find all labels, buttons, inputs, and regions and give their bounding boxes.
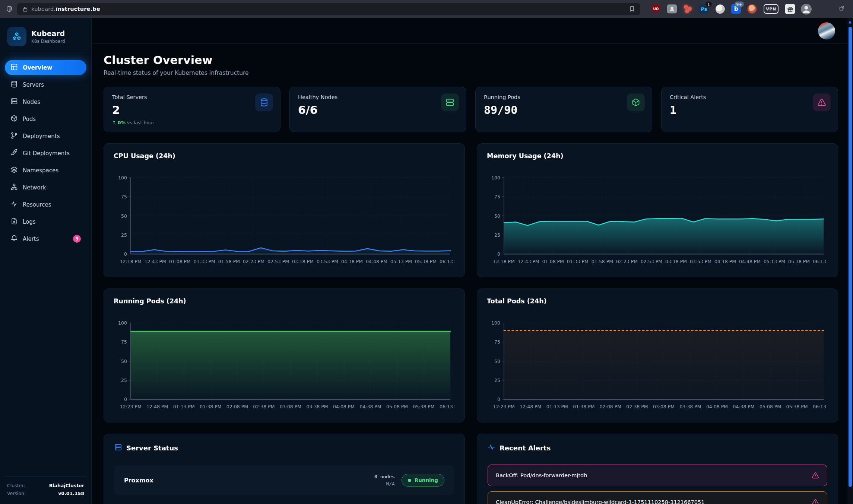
svg-text:25: 25 xyxy=(494,232,500,238)
server-name: Proxmox xyxy=(124,477,153,484)
svg-text:0: 0 xyxy=(497,396,500,402)
dashboard-icon xyxy=(10,63,18,72)
alert-row-cleanuperror[interactable]: CleanUpError: Challenge/bsideslimburg-wi… xyxy=(488,491,827,504)
svg-text:04:08 PM: 04:08 PM xyxy=(333,404,355,410)
scroll-up-arrow-icon[interactable] xyxy=(849,20,852,23)
file-text-icon xyxy=(10,217,18,226)
git-branch-icon xyxy=(10,132,18,141)
scrollbar-thumb[interactable] xyxy=(849,27,852,487)
svg-text:50: 50 xyxy=(121,358,127,364)
ublock-extension-icon[interactable]: UO xyxy=(651,4,661,14)
cpu-usage-chart: 025507510012:18 PM12:43 PM01:08 PM01:33 … xyxy=(114,171,455,271)
svg-text:100: 100 xyxy=(491,175,500,181)
main-area: Cluster Overview Real-time status of you… xyxy=(92,18,853,504)
address-bar[interactable]: kubeard.instructure.be xyxy=(17,3,640,15)
svg-text:50: 50 xyxy=(494,358,500,364)
server-icon xyxy=(441,93,459,111)
chart-title: Total Pods (24h) xyxy=(487,297,828,305)
stat-cards-row: Total Servers 2 ↑ 0%vs last hour Healthy… xyxy=(104,87,838,132)
sidebar-item-pods[interactable]: Pods xyxy=(5,111,86,127)
rocket-icon xyxy=(10,149,18,158)
bookmark-icon[interactable] xyxy=(629,6,635,12)
status-badge: Running xyxy=(402,474,444,487)
bitwarden-badge: 9+ xyxy=(735,1,744,7)
red-dots-extension-icon[interactable] xyxy=(683,4,693,14)
svg-text:05:08 PM: 05:08 PM xyxy=(760,404,781,410)
status-dot-icon xyxy=(408,479,411,482)
svg-text:04:08 PM: 04:08 PM xyxy=(706,404,728,410)
svg-text:02:53 PM: 02:53 PM xyxy=(267,259,289,265)
memory-usage-chart: 025507510012:18 PM12:43 PM01:08 PM01:33 … xyxy=(487,171,828,271)
svg-text:01:58 PM: 01:58 PM xyxy=(218,259,240,265)
database-icon xyxy=(10,80,18,89)
svg-text:12:48 PM: 12:48 PM xyxy=(146,404,168,410)
camera-extension-icon[interactable] xyxy=(667,4,677,14)
sidebar-item-deployments[interactable]: Deployments xyxy=(5,128,86,144)
box-icon xyxy=(10,115,18,124)
svg-text:04:48 PM: 04:48 PM xyxy=(366,259,387,265)
cluster-label: Cluster: xyxy=(7,482,25,489)
svg-text:05:38 PM: 05:38 PM xyxy=(786,404,808,410)
critical-alerts-value: 1 xyxy=(670,103,830,117)
browser-toolbar: kubeard.instructure.be UO Ps 1 b 9+ VPN xyxy=(0,0,853,18)
charts-row-2: Running Pods (24h) 025507510012:23 PM12:… xyxy=(104,288,838,422)
svg-text:05:38 PM: 05:38 PM xyxy=(415,259,437,265)
sidebar-item-servers[interactable]: Servers xyxy=(5,77,86,92)
server-row-proxmox[interactable]: Proxmox 0 nodes N/A Running xyxy=(114,465,454,495)
svg-text:12:18 PM: 12:18 PM xyxy=(120,259,142,265)
app-root: Kubeard K8s Dashboard Overview Servers N… xyxy=(0,18,853,504)
svg-text:06:13 PM: 06:13 PM xyxy=(813,404,828,410)
svg-text:0: 0 xyxy=(124,396,127,402)
sidebar-item-network[interactable]: Network xyxy=(5,180,86,195)
svg-text:05:38 PM: 05:38 PM xyxy=(413,404,435,410)
svg-text:12:23 PM: 12:23 PM xyxy=(120,404,142,410)
box-icon xyxy=(627,93,645,111)
sidebar-item-namespaces[interactable]: Namespaces xyxy=(5,163,86,178)
version-label: Version: xyxy=(7,489,26,497)
version-value: v0.01.158 xyxy=(58,489,84,497)
svg-text:75: 75 xyxy=(121,339,127,345)
alert-row-backoff[interactable]: BackOff: Pod/dns-forwarder-mjtdh xyxy=(488,465,827,486)
sidebar-item-overview[interactable]: Overview xyxy=(5,60,86,75)
healthy-nodes-value: 6/6 xyxy=(298,103,458,117)
svg-text:01:33 PM: 01:33 PM xyxy=(567,259,589,265)
alert-triangle-icon xyxy=(812,498,819,504)
svg-text:02:38 PM: 02:38 PM xyxy=(253,404,275,410)
page-scrollbar[interactable] xyxy=(847,18,853,504)
sidebar-item-git-deployments[interactable]: Git Deployments xyxy=(5,146,86,161)
app-name: Kubeard xyxy=(31,29,65,38)
sidebar-item-alerts[interactable]: Alerts 3 xyxy=(5,231,86,246)
url-text[interactable]: kubeard.instructure.be xyxy=(31,6,100,12)
svg-text:75: 75 xyxy=(121,194,127,200)
svg-text:05:13 PM: 05:13 PM xyxy=(764,259,785,265)
total-pods-chart-card: Total Pods (24h) 025507510012:23 PM12:48… xyxy=(477,288,838,422)
page-title: Cluster Overview xyxy=(104,54,838,67)
svg-text:0: 0 xyxy=(124,251,127,257)
sidebar-item-nodes[interactable]: Nodes xyxy=(5,94,86,109)
network-icon xyxy=(10,183,18,192)
svg-text:04:48 PM: 04:48 PM xyxy=(739,259,761,265)
vpn-extension-icon[interactable]: VPN xyxy=(763,4,779,14)
sidebar-item-logs[interactable]: Logs xyxy=(5,214,86,229)
sidebar-item-resources[interactable]: Resources xyxy=(5,197,86,212)
svg-text:03:18 PM: 03:18 PM xyxy=(665,259,687,265)
svg-text:12:43 PM: 12:43 PM xyxy=(145,259,166,265)
svg-text:01:08 PM: 01:08 PM xyxy=(542,259,564,265)
svg-text:06:13 PM: 06:13 PM xyxy=(813,259,828,265)
sphere-extension-icon[interactable] xyxy=(715,4,725,14)
photoshop-extension-icon[interactable]: Ps 1 xyxy=(699,4,709,14)
cluster-value: BlahajCluster xyxy=(49,482,84,489)
avatar-extension-icon[interactable] xyxy=(747,4,757,14)
gift-extension-icon[interactable] xyxy=(785,4,795,14)
svg-text:05:08 PM: 05:08 PM xyxy=(386,404,408,410)
alerts-count-badge: 3 xyxy=(73,235,81,243)
bitwarden-extension-icon[interactable]: b 9+ xyxy=(731,4,741,14)
total-pods-chart: 025507510012:23 PM12:48 PM01:13 PM01:38 … xyxy=(487,316,828,416)
chart-title: Memory Usage (24h) xyxy=(487,152,828,160)
svg-text:100: 100 xyxy=(118,175,127,181)
layers-icon xyxy=(10,166,18,175)
profile-icon[interactable] xyxy=(801,4,811,14)
user-avatar[interactable] xyxy=(818,22,835,39)
restore-icon[interactable] xyxy=(839,5,845,13)
shield-permissions-icon[interactable] xyxy=(6,6,13,12)
